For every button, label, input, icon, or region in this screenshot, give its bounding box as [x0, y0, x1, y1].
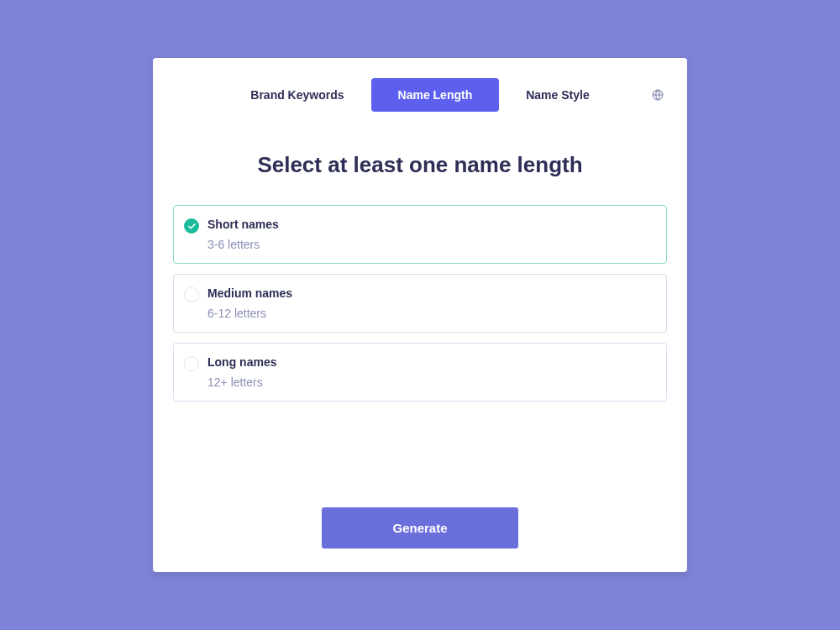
option-medium-names[interactable]: Medium names 6-12 letters: [173, 274, 667, 333]
option-desc: 3-6 letters: [207, 238, 279, 251]
option-short-names[interactable]: Short names 3-6 letters: [173, 205, 667, 264]
option-desc: 12+ letters: [207, 375, 276, 389]
option-label: Medium names: [207, 286, 292, 300]
generate-button[interactable]: Generate: [322, 507, 517, 549]
footer: Generate: [173, 507, 667, 552]
radio-unchecked-icon: [184, 356, 199, 371]
option-long-names[interactable]: Long names 12+ letters: [173, 343, 667, 402]
option-desc: 6-12 letters: [207, 307, 292, 320]
tab-name-style[interactable]: Name Style: [499, 78, 616, 112]
option-content: Long names 12+ letters: [207, 355, 276, 389]
option-list: Short names 3-6 letters Medium names 6-1…: [173, 205, 667, 402]
page-title: Select at least one name length: [173, 152, 667, 178]
wizard-tabs: Brand Keywords Name Length Name Style: [173, 78, 667, 112]
radio-unchecked-icon: [184, 287, 199, 302]
option-content: Medium names 6-12 letters: [207, 286, 292, 320]
option-label: Long names: [207, 355, 276, 369]
wizard-card: Brand Keywords Name Length Name Style Se…: [153, 58, 687, 572]
check-icon: [184, 218, 199, 234]
option-content: Short names 3-6 letters: [207, 218, 279, 251]
option-label: Short names: [207, 218, 279, 231]
globe-icon[interactable]: [652, 89, 664, 101]
tab-name-length[interactable]: Name Length: [371, 78, 500, 112]
tab-brand-keywords[interactable]: Brand Keywords: [223, 78, 370, 112]
